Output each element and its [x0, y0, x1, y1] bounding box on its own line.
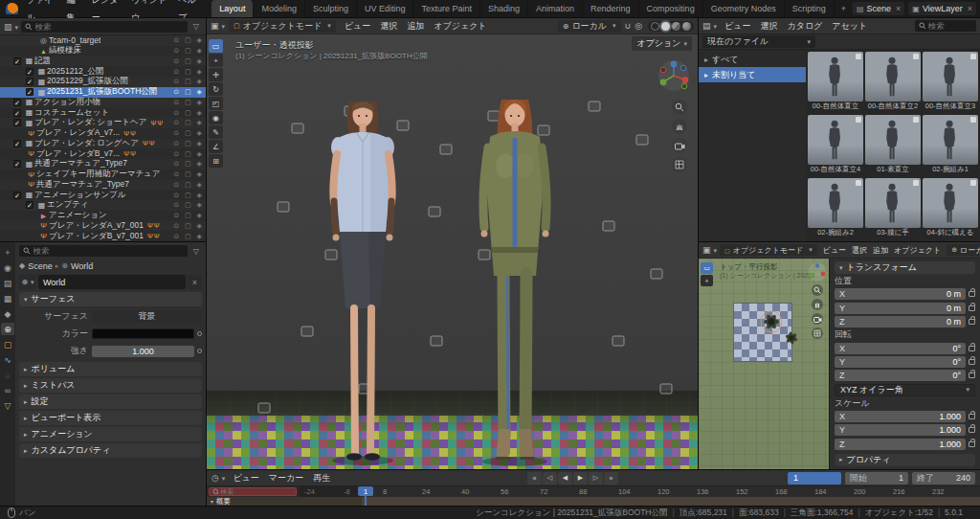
properties-search[interactable]: [19, 245, 188, 257]
lock-icon[interactable]: [969, 372, 975, 378]
asset-thumbnail[interactable]: [923, 115, 978, 165]
snap-magnet-icon[interactable]: ∪: [625, 21, 632, 31]
quad-menu-item[interactable]: 追加: [870, 245, 891, 256]
asset-item[interactable]: 01-素直立: [865, 115, 921, 176]
visibility-toggles[interactable]: ⊙ ▢ ◈: [173, 68, 204, 76]
properties-search-input[interactable]: [33, 246, 184, 256]
filter-icon[interactable]: ▽: [190, 247, 202, 256]
viewlayer-selector[interactable]: ▣ ViewLayer ×: [908, 2, 976, 15]
close-icon[interactable]: ×: [894, 4, 901, 13]
tool-button[interactable]: ▭: [209, 39, 223, 53]
outliner-row[interactable]: ブレア・レンダA_v7_001 ΨΨ ⊙ ▢ ◈: [0, 221, 206, 232]
asset-thumbnail[interactable]: [865, 115, 921, 165]
camera-view-icon[interactable]: [812, 313, 823, 325]
characters-top-view[interactable]: [752, 306, 810, 356]
breadcrumb-scene[interactable]: Scene: [28, 261, 53, 271]
visibility-toggles[interactable]: ⊙ ▢ ◈: [173, 233, 204, 240]
outliner-row[interactable]: 記題 ⊙ ▢ ◈: [0, 56, 206, 67]
mode-dropdown[interactable]: ▢ オブジェクトモード: [229, 20, 336, 33]
collection-checkbox[interactable]: [13, 99, 21, 106]
outliner-row[interactable]: シェイプキー用補助アーマチュア ⊙ ▢ ◈: [0, 169, 206, 180]
camera-view-icon[interactable]: [672, 138, 687, 153]
catalog-item[interactable]: ▸ 未割り当て: [699, 67, 806, 82]
summary-track[interactable]: [299, 497, 980, 506]
visibility-toggles[interactable]: ⊙ ▢ ◈: [173, 36, 204, 44]
frame-end-field[interactable]: 終了240: [912, 472, 975, 485]
workspace-tab[interactable]: UV Editing: [357, 0, 414, 17]
asset-thumbnail[interactable]: [808, 52, 863, 102]
outliner-row[interactable]: ブレア・レンダA_v7... ΨΨ ⊙ ▢ ◈: [0, 128, 206, 139]
rotation-mode-dropdown[interactable]: XYZ オイラー角: [835, 384, 975, 396]
collection-checkbox[interactable]: [13, 119, 21, 126]
properties-tab-icon[interactable]: ▽: [1, 399, 14, 412]
collection-checkbox[interactable]: [13, 140, 21, 147]
viewport-menu-item[interactable]: オブジェクト: [429, 20, 491, 33]
asset-item[interactable]: 00-自然体直立3: [923, 52, 978, 113]
rendered-shading-icon[interactable]: [682, 22, 691, 31]
asset-menu-item[interactable]: ビュー: [720, 20, 755, 33]
collapsed-panel-header[interactable]: ▸ ボリューム: [19, 362, 202, 376]
tool-button[interactable]: ◰: [209, 97, 223, 110]
editor-type-icon[interactable]: ◷: [212, 473, 225, 483]
mode-dropdown[interactable]: ▢ オブジェクトモード: [720, 244, 817, 256]
transport-button[interactable]: »: [604, 472, 618, 485]
options-dropdown[interactable]: オプション: [632, 36, 692, 51]
outliner-search-input[interactable]: [35, 22, 184, 32]
tool-button[interactable]: ✛: [209, 68, 223, 81]
outliner-row[interactable]: 20251231_拡張版BOOTH公開 ⊙ ▢ ◈: [0, 87, 206, 98]
asset-item[interactable]: 04-斜に構える: [923, 178, 978, 239]
location-z-field[interactable]: Z0 m: [835, 316, 966, 327]
visibility-toggles[interactable]: ⊙ ▢ ◈: [173, 170, 204, 178]
scale-z-field[interactable]: Z1.000: [835, 439, 966, 450]
browse-world-button[interactable]: ⊕: [19, 275, 36, 289]
collection-checkbox[interactable]: [13, 160, 21, 168]
properties-tab-icon[interactable]: ◆: [1, 307, 14, 320]
visibility-toggles[interactable]: ⊙ ▢ ◈: [173, 99, 204, 106]
collapsed-panel-header[interactable]: ▸ ビューポート表示: [19, 411, 202, 425]
navigation-gizmo[interactable]: [808, 262, 827, 282]
outliner-row[interactable]: コスチュームセット ⊙ ▢ ◈: [0, 107, 206, 118]
transport-button[interactable]: ▶: [573, 472, 588, 485]
wireframe-shading-icon[interactable]: [651, 22, 659, 31]
strength-field[interactable]: 1.000: [92, 346, 194, 357]
transport-button[interactable]: ◀: [558, 472, 572, 485]
viewport-menu-item[interactable]: 追加: [402, 20, 429, 33]
zoom-icon[interactable]: [812, 284, 823, 296]
outliner-row[interactable]: ブレア・レンダB_v7_001 ΨΨ ⊙ ▢ ◈: [0, 231, 206, 241]
scene-render[interactable]: [207, 34, 698, 469]
asset-item[interactable]: 00-自然体直立: [808, 52, 863, 113]
workspace-tab[interactable]: Scripting: [785, 0, 835, 17]
visibility-toggles[interactable]: ⊙ ▢ ◈: [173, 192, 204, 199]
collapsed-panel-header[interactable]: ▸ カスタムプロパティ: [19, 443, 202, 458]
catalog-item[interactable]: ▸ すべて: [699, 52, 806, 67]
asset-menu-item[interactable]: 選択: [755, 20, 782, 33]
material-shading-icon[interactable]: [672, 22, 680, 31]
properties-tab-icon[interactable]: ∿: [1, 353, 14, 366]
orientation-dropdown[interactable]: ⊕ ローカル: [947, 244, 980, 256]
close-icon[interactable]: ×: [966, 4, 972, 13]
lock-icon[interactable]: [969, 359, 975, 365]
editor-type-icon[interactable]: ▣: [702, 245, 717, 255]
collection-checkbox[interactable]: [26, 68, 33, 76]
orthographic-toggle-icon[interactable]: [672, 157, 687, 172]
pan-hand-icon[interactable]: [812, 299, 823, 310]
tool-button[interactable]: ✎: [209, 125, 223, 139]
blender-logo-icon[interactable]: [6, 3, 18, 14]
quad-menu-item[interactable]: 選択: [849, 245, 870, 256]
surface-panel-header[interactable]: ▾ サーフェス: [19, 292, 202, 306]
frame-start-field[interactable]: 開始1: [845, 472, 908, 485]
outliner-row[interactable]: Tcam-0_target ⊙ ▢ ◈: [0, 35, 206, 46]
quad-menu-item[interactable]: ビュー: [820, 245, 849, 256]
scale-y-field[interactable]: Y1.000: [835, 424, 966, 436]
collection-checkbox[interactable]: [13, 192, 21, 199]
workspace-tab[interactable]: Modeling: [254, 0, 305, 17]
visibility-toggles[interactable]: ⊙ ▢ ◈: [173, 201, 204, 209]
transport-button[interactable]: «: [527, 472, 542, 485]
playhead[interactable]: 1: [358, 486, 373, 506]
visibility-toggles[interactable]: ⊙ ▢ ◈: [173, 150, 204, 158]
transport-button[interactable]: ▷: [589, 472, 603, 485]
viewport-menu-item[interactable]: 選択: [375, 20, 402, 33]
outliner-row[interactable]: 共通アーマチュア_Type7 ⊙ ▢ ◈: [0, 180, 206, 191]
asset-item[interactable]: 02-腕組み2: [808, 178, 863, 239]
lock-icon[interactable]: [969, 319, 975, 325]
